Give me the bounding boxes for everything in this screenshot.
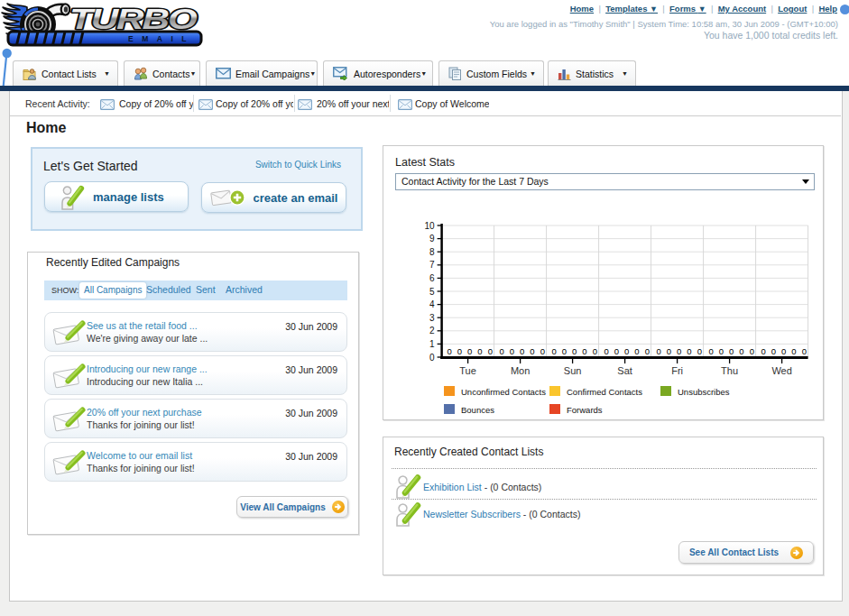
svg-text:Bounces: Bounces (461, 405, 494, 415)
svg-text:0: 0 (429, 353, 435, 363)
svg-text:6: 6 (429, 273, 435, 283)
svg-text:Mon: Mon (511, 365, 530, 376)
svg-text:Confirmed Contacts: Confirmed Contacts (567, 387, 642, 397)
svg-text:8: 8 (429, 247, 435, 257)
svg-text:10: 10 (424, 221, 435, 231)
svg-text:Sat: Sat (617, 365, 632, 376)
svg-text:0: 0 (520, 346, 524, 356)
svg-text:0: 0 (572, 346, 577, 356)
svg-text:1: 1 (429, 339, 435, 349)
svg-text:0: 0 (634, 346, 639, 356)
svg-text:0: 0 (582, 346, 586, 356)
svg-text:Sun: Sun (564, 365, 582, 376)
svg-text:Unsubscribes: Unsubscribes (678, 387, 730, 397)
svg-text:0: 0 (510, 346, 514, 356)
svg-text:0: 0 (667, 346, 671, 356)
svg-text:0: 0 (488, 346, 493, 356)
svg-text:Tue: Tue (459, 365, 476, 376)
svg-text:0: 0 (447, 346, 451, 356)
svg-text:Unconfirmed Contacts: Unconfirmed Contacts (461, 387, 546, 397)
svg-text:0: 0 (467, 346, 472, 356)
svg-text:0: 0 (593, 346, 597, 356)
svg-text:0: 0 (719, 346, 724, 356)
svg-text:0: 0 (457, 346, 462, 356)
svg-text:0: 0 (551, 346, 556, 356)
svg-text:0: 0 (540, 346, 545, 356)
svg-text:0: 0 (781, 346, 786, 356)
svg-text:0: 0 (677, 346, 681, 356)
svg-text:0: 0 (697, 346, 702, 356)
svg-text:2: 2 (429, 326, 435, 336)
svg-text:0: 0 (791, 346, 796, 356)
svg-text:7: 7 (429, 260, 435, 270)
svg-text:0: 0 (656, 346, 660, 356)
svg-text:Fri: Fri (671, 365, 683, 376)
svg-text:Thu: Thu (721, 365, 738, 376)
svg-text:EMAIL: EMAIL (128, 34, 195, 43)
svg-text:0: 0 (761, 346, 765, 356)
svg-text:3: 3 (429, 313, 435, 323)
svg-text:4: 4 (429, 299, 435, 309)
svg-text:0: 0 (499, 346, 503, 356)
svg-text:9: 9 (429, 234, 435, 244)
svg-text:0: 0 (802, 346, 807, 356)
svg-text:0: 0 (530, 346, 534, 356)
svg-text:0: 0 (708, 346, 713, 356)
svg-text:0: 0 (750, 346, 754, 356)
svg-text:0: 0 (624, 346, 629, 356)
svg-text:5: 5 (429, 287, 435, 297)
svg-text:0: 0 (739, 346, 743, 356)
svg-text:0: 0 (687, 346, 691, 356)
svg-text:0: 0 (614, 346, 619, 356)
svg-text:0: 0 (729, 346, 734, 356)
svg-text:0: 0 (477, 346, 482, 356)
svg-text:0: 0 (562, 346, 567, 356)
svg-text:0: 0 (771, 346, 776, 356)
svg-text:0: 0 (645, 346, 650, 356)
svg-text:TURBO: TURBO (69, 4, 198, 34)
svg-text:0: 0 (604, 346, 608, 356)
svg-text:Wed: Wed (771, 365, 791, 376)
svg-text:Forwards: Forwards (567, 405, 603, 415)
